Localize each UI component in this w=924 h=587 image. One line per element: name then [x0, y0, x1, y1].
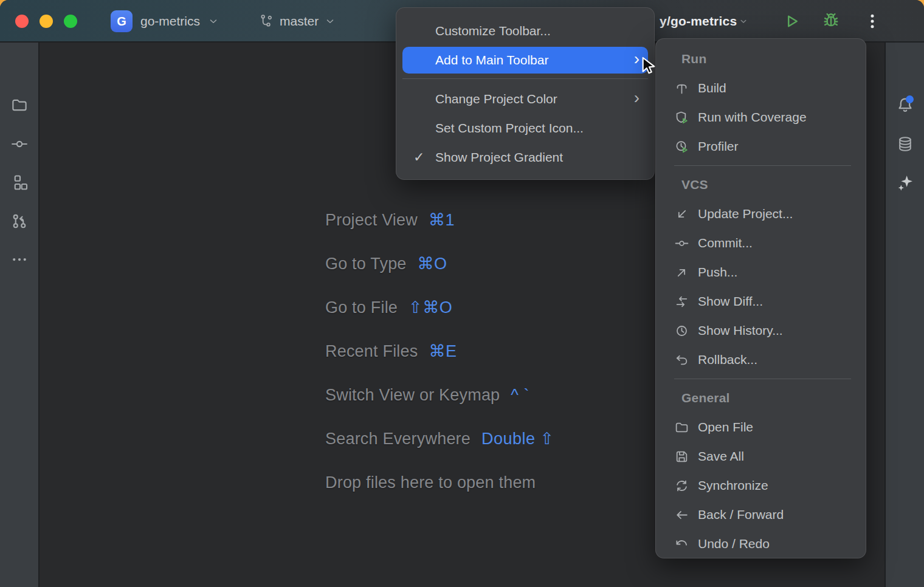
menu-separator: [674, 379, 851, 379]
submenu-item-profiler[interactable]: Profiler: [656, 132, 866, 161]
checkmark-icon: ✓: [413, 149, 424, 165]
drop-files-hint: Drop files here to open them: [325, 473, 536, 492]
menu-item-label: Change Project Color: [435, 92, 557, 106]
shortcut-row: Go to Type ⌘O: [325, 242, 554, 286]
submenu-item-label: Synchronize: [698, 478, 768, 493]
submenu-item-undo-redo[interactable]: Undo / Redo: [656, 529, 866, 558]
shortcut-label: Search Everywhere: [325, 430, 471, 448]
branch-name-label: master: [280, 14, 319, 29]
right-tool-window-bar: [884, 43, 924, 587]
pull-requests-tool-button[interactable]: [9, 211, 30, 232]
submenu-item-back-forward[interactable]: Back / Forward: [656, 500, 866, 529]
submenu-item-update-project[interactable]: Update Project...: [656, 199, 866, 228]
zoom-window-button[interactable]: [64, 15, 77, 28]
close-window-button[interactable]: [15, 15, 29, 28]
submenu-item-build[interactable]: Build: [656, 74, 866, 103]
submenu-item-label: Show History...: [698, 323, 783, 338]
menu-item-show-project-gradient[interactable]: ✓ Show Project Gradient: [402, 143, 648, 172]
more-tool-windows-button[interactable]: [9, 249, 30, 270]
shortcut-row: Switch View or Keymap ^ `: [325, 373, 554, 417]
run-configuration-selector[interactable]: y/go-metrics: [660, 10, 749, 32]
commit-icon: [674, 236, 689, 251]
clock-icon: [674, 323, 689, 338]
submenu-item-save-all[interactable]: Save All: [656, 442, 866, 471]
shortcut-label: Go to Type: [325, 255, 407, 273]
submenu-item-label: Save All: [698, 449, 744, 464]
mouse-cursor: [639, 55, 658, 75]
submenu-item-show-diff[interactable]: Show Diff...: [656, 287, 866, 316]
menu-separator: [402, 78, 648, 79]
menu-item-customize-toolbar[interactable]: Customize Toolbar...: [402, 16, 648, 46]
folder-icon: [10, 96, 29, 114]
shortcut-label: Recent Files: [325, 342, 418, 361]
menu-item-label: Add to Main Toolbar: [435, 53, 548, 67]
ellipsis-icon: [10, 250, 29, 269]
submenu-item-label: Open File: [698, 420, 753, 434]
folder-icon: [674, 420, 689, 435]
project-name-label: go-metrics: [140, 14, 200, 29]
run-configuration-label: y/go-metrics: [660, 14, 737, 29]
menu-item-set-custom-project-icon[interactable]: Set Custom Project Icon...: [402, 114, 648, 143]
submenu-section-header: VCS: [656, 170, 866, 199]
menu-item-add-to-main-toolbar[interactable]: Add to Main Toolbar ›: [402, 47, 648, 74]
submenu-item-label: Undo / Redo: [698, 537, 770, 551]
database-icon: [896, 135, 914, 153]
chevron-down-icon: [738, 16, 749, 27]
submenu-item-label: Rollback...: [698, 352, 757, 367]
notifications-button[interactable]: [895, 95, 915, 115]
sync-icon: [674, 478, 689, 493]
submenu-section-header: General: [656, 383, 866, 413]
database-tool-button[interactable]: [895, 134, 915, 154]
ai-assistant-button[interactable]: [895, 173, 915, 193]
shortcut-keys: ⌘E: [429, 342, 457, 361]
submenu-item-label: Profiler: [698, 139, 739, 154]
menu-item-change-project-color[interactable]: Change Project Color ›: [402, 84, 648, 114]
branch-selector[interactable]: master: [258, 10, 336, 32]
submenu-item-rollback[interactable]: Rollback...: [656, 345, 866, 374]
commit-tool-button[interactable]: [9, 134, 30, 154]
submenu-item-label: Update Project...: [698, 207, 793, 221]
submenu-item-run-with-coverage[interactable]: Run with Coverage: [656, 103, 866, 132]
toolbar-context-menu: Customize Toolbar... Add to Main Toolbar…: [396, 7, 655, 180]
shortcut-row: Search Everywhere Double ⇧: [325, 417, 554, 461]
project-tool-button[interactable]: [9, 95, 30, 115]
debug-button[interactable]: [821, 11, 841, 32]
arrow-up-right-icon: [674, 265, 689, 280]
git-branch-icon: [258, 13, 274, 29]
shield-play-icon: [674, 110, 689, 125]
submenu-item-label: Commit...: [698, 236, 753, 250]
submenu-item-synchronize[interactable]: Synchronize: [656, 471, 866, 500]
kebab-menu-icon: [863, 12, 881, 30]
submenu-item-label: Back / Forward: [698, 507, 784, 522]
project-selector[interactable]: G go-metrics: [111, 10, 219, 32]
left-tool-window-bar: [0, 43, 40, 587]
shortcut-row: Go to File ⇧⌘O: [325, 286, 554, 329]
menu-item-label: Set Custom Project Icon...: [435, 121, 584, 136]
submenu-item-label: Run with Coverage: [698, 110, 807, 125]
shortcut-label: Project View: [325, 211, 418, 230]
submenu-item-commit[interactable]: Commit...: [656, 228, 866, 258]
menu-item-label: Customize Toolbar...: [435, 24, 551, 38]
shortcut-keys: ⇧⌘O: [409, 298, 452, 317]
submenu-arrow-icon: ›: [634, 89, 640, 109]
diff-arrows-icon: [674, 294, 689, 309]
submenu-item-open-file[interactable]: Open File: [656, 413, 866, 442]
clock-play-icon: [674, 139, 689, 154]
submenu-item-push[interactable]: Push...: [656, 258, 866, 287]
main-menu-button[interactable]: [862, 11, 883, 32]
project-badge: G: [111, 10, 133, 32]
commit-icon: [10, 135, 29, 153]
arrow-down-left-icon: [674, 207, 689, 222]
submenu-item-label: Show Diff...: [698, 294, 763, 309]
submenu-item-show-history[interactable]: Show History...: [656, 316, 866, 345]
menu-separator: [674, 165, 851, 166]
sparkles-icon: [895, 173, 915, 193]
run-button[interactable]: [781, 11, 802, 32]
arrow-left-icon: [674, 507, 689, 523]
editor-empty-state: Project View ⌘1 Go to Type ⌘O Go to File…: [325, 198, 554, 504]
structure-tool-button[interactable]: [9, 173, 30, 193]
minimize-window-button[interactable]: [40, 15, 53, 28]
shortcut-keys: ^ `: [511, 386, 529, 405]
chevron-down-icon: [325, 16, 336, 27]
shortcut-keys: Double ⇧: [481, 429, 554, 448]
